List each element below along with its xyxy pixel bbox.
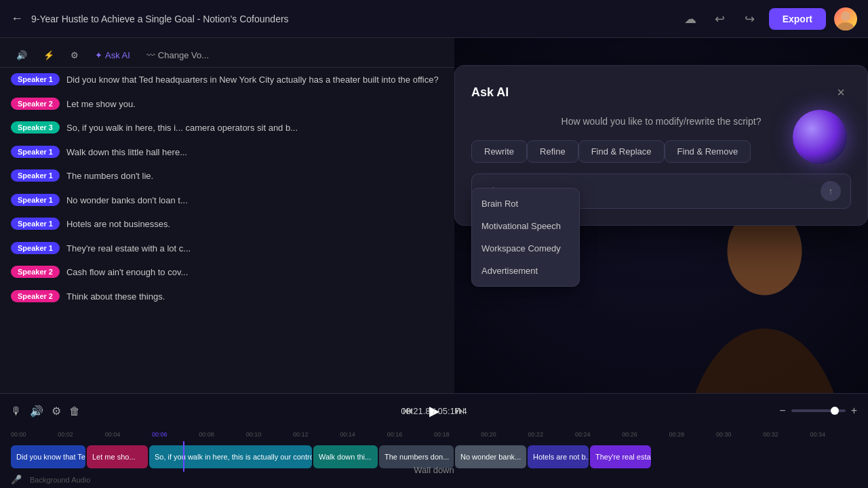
modal-close-button[interactable]: ×: [831, 82, 851, 102]
delete-icon-btn[interactable]: 🗑: [69, 405, 80, 417]
transcript-item: Speaker 1 The numbers don't lie.: [0, 164, 454, 188]
find-remove-button[interactable]: Find & Remove: [665, 140, 751, 163]
clip[interactable]: No wonder bank...: [455, 445, 526, 468]
ruler-marks: 00:0000:0200:0400:0600:0800:1000:1200:14…: [11, 431, 857, 438]
ruler-mark: 00:16: [387, 431, 434, 438]
change-vol-button[interactable]: 〰 Change Vo...: [141, 47, 214, 63]
cloud-icon[interactable]: ☁: [679, 8, 701, 30]
action-btn-container: RewriteRefineFind & ReplaceFind & Remove: [471, 140, 751, 163]
speaker-badge: Speaker 2: [11, 98, 60, 110]
bottom-area: 🎙 🔊 ⚙ 🗑 ⏮ ▶ ⏭ 03:21.8 / 05:17.4 − + 00:0…: [0, 393, 868, 488]
export-button[interactable]: Export: [769, 8, 826, 30]
avatar[interactable]: [834, 7, 857, 30]
back-button[interactable]: ←: [11, 12, 23, 26]
transcript-item: Speaker 1 No wonder banks don't loan t..…: [0, 188, 454, 213]
transcript-text: Walk down this little hall here...: [66, 146, 187, 159]
left-transport: 🎙 🔊 ⚙ 🗑: [11, 405, 80, 418]
ai-orb: [793, 110, 847, 164]
modal-header: Ask AI ×: [471, 82, 851, 102]
find-replace-button[interactable]: Find & Replace: [578, 140, 665, 163]
top-bar: ← 9-Year Hustle to Achieve a Single Goal…: [0, 0, 868, 38]
transcript-item: Speaker 3 So, if you walk in here, this …: [0, 116, 454, 140]
ruler-mark: 00:30: [716, 431, 763, 438]
settings-icon-btn[interactable]: ⚙: [65, 47, 84, 63]
dropdown-menu: Brain RotMotivational SpeechWorkspace Co…: [471, 188, 580, 287]
playhead-marker: [183, 441, 184, 472]
transcript-item: Speaker 2 Think about these things.: [0, 285, 454, 309]
mic-icon-btn[interactable]: 🎙: [11, 405, 22, 417]
ask-submit-button[interactable]: ↑: [821, 181, 841, 201]
transcript-text: They're real estate with a lot c...: [66, 242, 191, 256]
speaker-icon-btn[interactable]: 🔊: [11, 47, 33, 63]
clip[interactable]: Walk down thi...: [313, 445, 378, 468]
transcript-item: Speaker 1 Hotels are not businesses.: [0, 212, 454, 237]
modal-title: Ask AI: [471, 85, 509, 100]
ruler-mark: 00:00: [11, 431, 58, 438]
current-time: 03:21.8: [401, 406, 430, 416]
speaker-badge: Speaker 1: [11, 73, 60, 85]
modal-question: How would you like to modify/rewrite the…: [471, 116, 851, 127]
speaker-badge: Speaker 1: [11, 242, 60, 254]
filter-icon-btn[interactable]: ⚙: [52, 405, 61, 418]
rewrite-button[interactable]: Rewrite: [471, 140, 527, 163]
zoom-thumb: [831, 407, 839, 415]
transcript-text: No wonder banks don't loan t...: [66, 194, 188, 207]
speaker-badge: Speaker 1: [11, 194, 60, 206]
editor-toolbar: 🔊 ⚡ ⚙ ✦ Ask AI 〰 Change Vo...: [0, 43, 454, 68]
page-title: 9-Year Hustle to Achieve a Single Goal -…: [31, 14, 671, 24]
speaker-badge: Speaker 3: [11, 121, 60, 134]
ruler-mark: 00:08: [199, 431, 245, 438]
zoom-slider[interactable]: [791, 409, 846, 412]
speaker-badge: Speaker 1: [11, 218, 60, 230]
clip[interactable]: Hotels are not b...: [528, 445, 589, 468]
dropdown-item[interactable]: Advertisement: [472, 260, 579, 282]
timeline-ruler: 00:0000:0200:0400:0600:0800:1000:1200:14…: [0, 428, 868, 441]
ruler-mark: 00:28: [669, 431, 716, 438]
total-time: 05:17.4: [437, 406, 467, 416]
background-audio-label: Background Audio: [30, 476, 90, 484]
ruler-mark: 00:26: [622, 431, 669, 438]
clip[interactable]: So, if you walk in here, this is actuall…: [149, 445, 312, 468]
volume-icon-btn[interactable]: 🔊: [30, 405, 43, 418]
transcript-item: Speaker 2 Cash flow ain't enough to cov.…: [0, 260, 454, 285]
speaker-badge: Speaker 1: [11, 169, 60, 182]
zoom-in-button[interactable]: +: [851, 405, 857, 417]
top-icons: ☁ ↩ ↪ Export: [679, 7, 857, 30]
transcript-text: Let me show you.: [66, 98, 136, 111]
dropdown-item[interactable]: Brain Rot: [472, 192, 579, 215]
transcript-item: Speaker 1 They're real estate with a lot…: [0, 237, 454, 261]
transcript-item: Speaker 1 Did you know that Ted headquar…: [0, 68, 454, 92]
dropdown-items: Brain RotMotivational SpeechWorkspace Co…: [472, 192, 579, 282]
refine-button[interactable]: Refine: [527, 140, 578, 163]
ruler-mark: 00:02: [58, 431, 104, 438]
clip[interactable]: Did you know that Te...: [11, 445, 85, 468]
transcript-text: Hotels are not businesses.: [66, 218, 170, 231]
ruler-mark: 00:06: [152, 431, 199, 438]
zoom-out-button[interactable]: −: [779, 405, 785, 417]
eq-icon-btn[interactable]: ⚡: [38, 47, 60, 63]
redo-button[interactable]: ↪: [739, 8, 761, 30]
transcript-item: Speaker 1 Walk down this little hall her…: [0, 140, 454, 165]
ask-ai-button[interactable]: ✦ Ask AI: [90, 47, 136, 63]
ruler-mark: 00:04: [105, 431, 152, 438]
undo-button[interactable]: ↩: [709, 8, 731, 30]
transcript-panel: 🔊 ⚡ ⚙ ✦ Ask AI 〰 Change Vo... Speaker 1 …: [0, 38, 454, 393]
clip[interactable]: They're real esta...: [590, 445, 651, 468]
transcript-item: Speaker 2 Let me show you.: [0, 92, 454, 117]
speaker-badge: Speaker 1: [11, 146, 60, 158]
transcript-text: Think about these things.: [66, 290, 165, 304]
eq-icon: ⚡: [43, 50, 54, 60]
wave-icon: 〰: [146, 50, 155, 60]
dropdown-item[interactable]: Motivational Speech: [472, 215, 579, 237]
clip[interactable]: Let me sho...: [87, 445, 148, 468]
speaker-icon: 🔊: [16, 50, 27, 60]
track-speaker-icon: 🎤: [11, 474, 22, 485]
wall-down-label: Wall down: [414, 465, 454, 475]
ruler-mark: 00:24: [575, 431, 622, 438]
video-panel: Ask AI × How would you like to modify/re…: [454, 38, 868, 393]
speaker-badge: Speaker 2: [11, 266, 60, 278]
transcript-text: Did you know that Ted headquarters in Ne…: [66, 73, 439, 87]
transcript-text: Cash flow ain't enough to cov...: [66, 266, 188, 279]
ruler-mark: 00:18: [434, 431, 481, 438]
dropdown-item[interactable]: Workspace Comedy: [472, 237, 579, 260]
